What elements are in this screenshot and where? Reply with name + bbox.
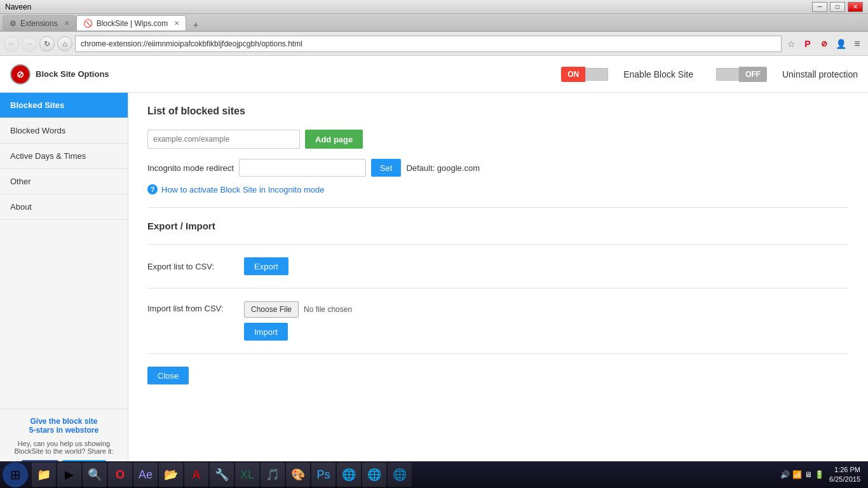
taskbar-chrome[interactable]: 🌐 (337, 463, 361, 487)
incognito-row: Incognito mode redirect Set Default: goo… (147, 159, 849, 177)
taskbar-network-icon[interactable]: 📶 (792, 470, 802, 479)
taskbar-volume-icon[interactable]: 🔊 (780, 470, 790, 479)
toggle-off-track[interactable] (716, 68, 739, 81)
taskbar-ae[interactable]: Ae (133, 463, 158, 487)
sidebar-item-active-days-label: Active Days & Times (10, 151, 86, 161)
taskbar-chrome3[interactable]: 🌐 (388, 463, 412, 487)
sidebar-item-active-days-times[interactable]: Active Days & Times (0, 144, 128, 169)
export-label: Export list to CSV: (147, 262, 236, 271)
tab-blocksite[interactable]: 🚫 BlockSite | Wips.com ✕ (76, 15, 186, 30)
forward-button[interactable]: → (22, 36, 37, 51)
help-row: ? How to activate Block Site in Incognit… (147, 184, 849, 194)
help-icon: ? (147, 184, 158, 194)
app-container: Blocked Sites Blocked Words Active Days … (0, 93, 868, 488)
add-page-button[interactable]: Add page (305, 130, 363, 149)
blocksite-tab-close[interactable]: ✕ (174, 20, 179, 27)
divider-1 (147, 207, 849, 208)
star-icon[interactable]: ☆ (784, 37, 798, 51)
tab-extensions[interactable]: ⚙ Extensions ✕ (3, 15, 76, 30)
menu-button[interactable]: ≡ (850, 37, 864, 51)
taskbar-opera[interactable]: O (108, 463, 132, 487)
sidebar-item-blocked-sites[interactable]: Blocked Sites (0, 93, 128, 118)
export-button[interactable]: Export (244, 257, 288, 275)
incognito-redirect-input[interactable] (239, 159, 366, 177)
taskbar-tool3[interactable]: 🔍 (83, 463, 107, 487)
uninstall-toggle-group[interactable]: OFF (716, 67, 767, 82)
enable-toggle-group[interactable]: ON (561, 67, 608, 82)
taskbar-time: 1:26 PM (829, 465, 860, 475)
choose-file-button[interactable]: Choose File (244, 301, 299, 318)
taskbar: ⊞ 📁 ▶ 🔍 O Ae 📂 A 🔧 XL 🎵 🎨 Ps 🌐 🌐 🌐 🔊 📶 🖥… (0, 461, 868, 488)
taskbar-excel[interactable]: XL (235, 463, 259, 487)
address-input[interactable] (75, 36, 782, 52)
taskbar-chrome2[interactable]: 🌐 (362, 463, 386, 487)
pinterest-icon[interactable]: P (801, 37, 815, 51)
sidebar-item-about-label: About (10, 202, 32, 212)
uninstall-label: Uninstall protection (782, 69, 858, 79)
promo-link[interactable]: Give the block site5-stars in webstore (29, 417, 98, 435)
minimize-button[interactable]: ─ (812, 2, 827, 12)
import-button[interactable]: Import (244, 323, 288, 341)
title-bar-controls: ─ □ ✕ (812, 2, 863, 12)
file-input-row: Choose File No file chosen (244, 301, 352, 318)
set-redirect-button[interactable]: Set (371, 159, 402, 177)
taskbar-date: 6/25/2015 (829, 475, 860, 484)
taskbar-sys-icons: 🔊 📶 🖥 🔋 (780, 470, 824, 479)
extensions-tab-close[interactable]: ✕ (64, 20, 69, 27)
title-bar-user: Naveen (5, 3, 31, 11)
no-file-text: No file chosen (304, 305, 352, 314)
default-redirect-text: Default: google.com (406, 163, 480, 173)
section-title: List of blocked sites (147, 105, 849, 117)
divider-3 (147, 288, 849, 288)
taskbar-display-icon[interactable]: 🖥 (804, 470, 812, 479)
tab-bar: ⚙ Extensions ✕ 🚫 BlockSite | Wips.com ✕ … (0, 14, 868, 32)
new-tab-button[interactable]: + (189, 19, 203, 30)
taskbar-acrobat[interactable]: A (184, 463, 208, 487)
toggle-on-label[interactable]: ON (561, 67, 585, 82)
add-site-row: Add page (147, 130, 849, 149)
refresh-button[interactable]: ↻ (39, 36, 55, 51)
sidebar-item-blocked-words[interactable]: Blocked Words (0, 118, 128, 144)
divider-2 (147, 244, 849, 245)
taskbar-ps[interactable]: Ps (311, 463, 336, 487)
toggle-off-label[interactable]: OFF (739, 67, 767, 82)
restore-button[interactable]: □ (830, 2, 845, 12)
sidebar-item-blocked-sites-label: Blocked Sites (10, 100, 64, 110)
export-import-title: Export / Import (147, 220, 849, 231)
taskbar-tool5[interactable]: 🔧 (210, 463, 234, 487)
divider-4 (147, 353, 849, 354)
toggle-track[interactable] (585, 68, 608, 81)
block-site-logo-icon: ⊘ (10, 64, 31, 85)
app-title: Block Site Options (36, 69, 109, 79)
back-button[interactable]: ← (4, 36, 19, 51)
sidebar-item-other[interactable]: Other (0, 169, 128, 194)
blocksite-addr-icon[interactable]: ⊘ (817, 37, 831, 51)
import-label: Import list from CSV: (147, 301, 236, 313)
taskbar-battery-icon[interactable]: 🔋 (815, 470, 824, 479)
export-row: Export list to CSV: Export (147, 257, 849, 275)
sidebar-item-other-label: Other (10, 177, 31, 186)
taskbar-vlc[interactable]: 🎵 (261, 463, 285, 487)
incognito-help-link[interactable]: How to activate Block Site in Incognito … (161, 185, 325, 194)
start-button[interactable]: ⊞ (3, 462, 28, 487)
sidebar-item-about[interactable]: About (0, 194, 128, 220)
address-icons: ☆ P ⊘ 👤 ≡ (784, 37, 864, 51)
app-header: ⊘ Block Site Options ON Enable Block Sit… (0, 56, 868, 93)
sidebar-nav: Blocked Sites Blocked Words Active Days … (0, 93, 128, 220)
close-button[interactable]: Close (147, 367, 189, 384)
taskbar-color[interactable]: 🎨 (286, 463, 310, 487)
home-button[interactable]: ⌂ (57, 36, 72, 51)
taskbar-media-player[interactable]: ▶ (57, 463, 81, 487)
close-window-button[interactable]: ✕ (848, 2, 863, 12)
main-content: List of blocked sites Add page Incognito… (128, 93, 868, 488)
incognito-label: Incognito mode redirect (147, 163, 234, 173)
sidebar: Blocked Sites Blocked Words Active Days … (0, 93, 128, 488)
taskbar-file-explorer[interactable]: 📁 (32, 463, 56, 487)
enable-block-site-label: Enable Block Site (623, 69, 693, 79)
promo-helper-text: Hey, can you help us showing BlockSite t… (6, 440, 121, 455)
site-url-input[interactable] (147, 130, 300, 149)
import-controls: Choose File No file chosen Import (244, 301, 352, 341)
taskbar-folder2[interactable]: 📂 (159, 463, 183, 487)
account-icon[interactable]: 👤 (834, 37, 848, 51)
sidebar-item-blocked-words-label: Blocked Words (10, 126, 65, 135)
